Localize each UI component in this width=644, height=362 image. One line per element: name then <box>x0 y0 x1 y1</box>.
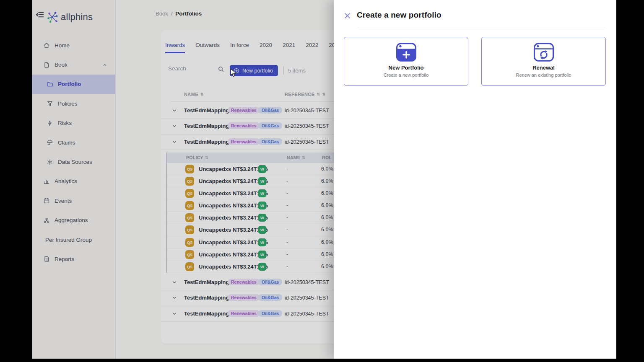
tab-in-force[interactable]: In force <box>230 42 249 53</box>
column-header-policy-name[interactable]: NAME⇅ <box>287 155 305 160</box>
search-input[interactable] <box>168 65 210 72</box>
portfolio-name: TestEdmMapping <box>184 123 229 129</box>
w-badge: W <box>258 214 266 222</box>
sort-icon[interactable]: ⇅ <box>200 92 204 96</box>
expand-chevron-icon[interactable] <box>171 139 177 145</box>
column-header-policy[interactable]: POLICY⇅ <box>186 155 208 160</box>
policy-name: Uncappedxs NT$3.24T10% <box>199 227 268 233</box>
funnel-icon <box>47 100 53 107</box>
chevron-up-icon[interactable] <box>102 62 108 68</box>
sidebar-item-per-insured-group[interactable]: Per Insured Group <box>32 230 115 249</box>
tag-renewables: Renewables <box>228 138 260 145</box>
expand-chevron-icon[interactable] <box>171 295 177 301</box>
tag-renewables: Renewables <box>228 310 260 317</box>
renewal-icon <box>532 41 556 64</box>
breadcrumb-parent[interactable]: Book <box>156 10 168 17</box>
w-badge: W <box>258 165 266 173</box>
option-card-renewal[interactable]: Renewal Renew an existing portfolio <box>481 37 606 86</box>
policy-name: Uncappedxs NT$3.24T10% <box>199 178 268 184</box>
policy-insured-name: - <box>286 215 288 220</box>
book-icon <box>43 62 50 68</box>
sidebar-item-label: Events <box>55 198 72 204</box>
drawer-title: Create a new portfolio <box>357 10 441 20</box>
expand-chevron-icon[interactable] <box>171 311 177 317</box>
portfolio-name: TestEdmMapping <box>184 295 229 301</box>
sidebar-item-book[interactable]: Book <box>32 55 115 74</box>
brand-name: allphins <box>61 12 93 23</box>
column-header-name[interactable]: NAME⇅ <box>184 92 204 97</box>
qs-badge: QS <box>185 165 194 173</box>
w-badge: W <box>258 251 266 259</box>
tab-outwards[interactable]: Outwards <box>195 42 220 53</box>
sidebar-item-label: Claims <box>58 140 75 146</box>
sidebar-item-policies[interactable]: Policies <box>32 94 115 113</box>
tag-oil-gas: Oil&Gas <box>258 279 282 285</box>
sidebar-item-label: Policies <box>58 101 78 107</box>
tab-2022[interactable]: 2022 <box>306 42 318 53</box>
sidebar-collapse-icon[interactable] <box>35 10 44 19</box>
sidebar-item-claims[interactable]: Claims <box>32 133 115 152</box>
tag-renewables: Renewables <box>228 294 260 301</box>
tag-renewables: Renewables <box>228 122 260 129</box>
tab-2020[interactable]: 2020 <box>260 42 272 53</box>
column-header-reference[interactable]: REFERENCE⇅⇅ <box>285 92 325 97</box>
calendar-icon <box>43 197 50 204</box>
tag-oil-gas: Oil&Gas <box>258 294 282 301</box>
sort-icon[interactable]: ⇅ <box>205 155 208 160</box>
policy-rol: 6.0% <box>321 264 333 269</box>
qs-badge: QS <box>185 225 194 234</box>
tag-renewables: Renewables <box>228 107 260 114</box>
expand-chevron-icon[interactable] <box>171 108 177 114</box>
portfolio-name: TestEdmMapping <box>184 107 229 114</box>
search-icon <box>218 66 224 72</box>
sidebar-item-home[interactable]: Home <box>32 36 115 55</box>
policy-name: Uncappedxs NT$3.24T10% <box>199 215 268 221</box>
policy-name: Uncappedxs NT$3.24T10% <box>199 202 268 209</box>
sort-icon[interactable]: ⇅ <box>302 155 305 160</box>
policy-rol: 6.0% <box>321 239 333 245</box>
sidebar-nav: HomeBookPortfolioPoliciesRisksClaimsData… <box>32 36 115 269</box>
option-label: New Portfolio <box>389 65 424 71</box>
qs-badge: QS <box>185 262 194 271</box>
qs-badge: QS <box>185 213 194 222</box>
new-portfolio-button[interactable]: New portfolio <box>230 65 278 76</box>
option-description: Renew an existing portfolio <box>516 72 571 78</box>
sidebar-item-analytics[interactable]: Analytics <box>32 172 115 191</box>
tag-oil-gas: Oil&Gas <box>258 122 282 129</box>
sidebar-item-label: Reports <box>55 256 74 262</box>
sort-icon[interactable]: ⇅ <box>322 92 325 96</box>
expand-chevron-icon[interactable] <box>171 123 177 129</box>
policy-name: Uncappedxs NT$3.24T10% <box>199 251 268 258</box>
policy-name: Uncappedxs NT$3.24T10% <box>199 166 268 172</box>
sidebar-item-risks[interactable]: Risks <box>32 114 115 133</box>
policy-insured-name: - <box>286 202 288 208</box>
sidebar-item-data-sources[interactable]: Data Sources <box>32 152 115 171</box>
w-badge: W <box>258 238 266 246</box>
tab-2021[interactable]: 2021 <box>283 42 295 53</box>
sidebar-item-portfolio[interactable]: Portfolio <box>32 75 115 94</box>
close-icon[interactable] <box>343 12 351 20</box>
expand-chevron-icon[interactable] <box>171 279 177 285</box>
sidebar-item-label: Analytics <box>55 178 77 184</box>
option-label: Renewal <box>532 65 555 71</box>
chart-icon <box>43 178 50 185</box>
new-portfolio-button-label: New portfolio <box>242 68 273 74</box>
items-count: 5 items <box>288 67 306 74</box>
portfolio-reference: id-20250345-TEST <box>285 295 329 301</box>
option-card-new-portfolio[interactable]: New Portfolio Create a new portfolio <box>344 37 468 86</box>
sidebar-item-events[interactable]: Events <box>32 191 115 210</box>
portfolio-reference: id-20250345-TEST <box>285 139 329 145</box>
w-badge: W <box>258 263 266 271</box>
breadcrumb: Book / Portfolios <box>156 10 202 17</box>
sidebar-item-reports[interactable]: Reports <box>32 249 115 269</box>
portfolio-reference: id-20250345-TEST <box>285 123 329 129</box>
tab-inwards[interactable]: Inwards <box>165 42 185 53</box>
home-icon <box>43 42 50 49</box>
policy-name: Uncappedxs NT$3.24T10% <box>199 264 268 270</box>
brand-logo[interactable]: allphins <box>47 11 93 23</box>
column-header-rol[interactable]: ROL <box>322 155 332 160</box>
folder-icon <box>47 81 53 88</box>
policy-rol: 6.0% <box>321 202 333 208</box>
sort-icon[interactable]: ⇅ <box>317 92 320 96</box>
sidebar-item-aggregations[interactable]: Aggregations <box>32 211 115 230</box>
